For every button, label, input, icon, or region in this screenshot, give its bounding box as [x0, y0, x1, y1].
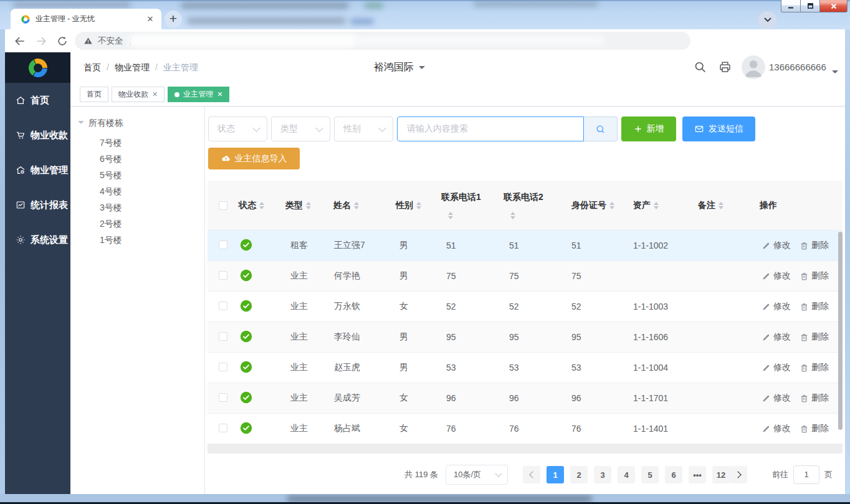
table-row-3[interactable]: 业主李玲仙男9595951-1-1606修改删除 — [208, 322, 843, 353]
import-owners-button[interactable]: 业主信息导入 — [208, 148, 300, 169]
edit-icon[interactable] — [762, 272, 771, 281]
page-button-4[interactable]: 4 — [618, 466, 635, 483]
sidebar-item-3[interactable]: 统计报表 — [5, 188, 70, 222]
avatar[interactable] — [742, 55, 765, 79]
column-header-备注[interactable]: 备注 — [690, 200, 752, 211]
delete-action[interactable]: 删除 — [811, 392, 829, 404]
delete-icon[interactable] — [800, 272, 809, 281]
select-all-checkbox[interactable] — [219, 201, 227, 210]
row-checkbox[interactable] — [219, 271, 227, 280]
column-header-联系电话1[interactable]: 联系电话1 — [434, 192, 496, 219]
page-button-5[interactable]: 5 — [641, 466, 659, 483]
edit-icon[interactable] — [762, 424, 771, 434]
search-input[interactable]: 请输入内容搜索 — [397, 116, 584, 141]
window-maximize-button[interactable] — [800, 0, 820, 12]
close-tab-icon[interactable]: ✕ — [217, 90, 222, 98]
delete-icon[interactable] — [800, 241, 809, 250]
filter-select-1[interactable]: 类型 — [271, 116, 330, 141]
delete-icon[interactable] — [800, 302, 809, 311]
edit-action[interactable]: 修改 — [773, 331, 791, 343]
tree-root[interactable]: 所有楼栋 — [70, 107, 204, 129]
edit-action[interactable]: 修改 — [773, 423, 791, 434]
sidebar-item-0[interactable]: 首页 — [5, 83, 70, 118]
page-button-12[interactable]: 12 — [712, 466, 730, 483]
page-button-1[interactable]: 1 — [547, 466, 564, 483]
delete-action[interactable]: 删除 — [811, 301, 829, 312]
chevron-down-icon[interactable] — [832, 70, 838, 77]
vertical-scrollbar[interactable] — [838, 232, 843, 430]
forward-icon[interactable] — [35, 35, 47, 47]
edit-icon[interactable] — [762, 302, 771, 311]
tree-item-5号楼[interactable]: 5号楼 — [70, 167, 204, 183]
tree-item-1号楼[interactable]: 1号楼 — [70, 232, 204, 248]
table-row-4[interactable]: 业主赵玉虎男5353531-1-1004修改删除 — [208, 353, 843, 383]
delete-icon[interactable] — [800, 333, 809, 342]
row-checkbox[interactable] — [219, 240, 227, 249]
delete-action[interactable]: 删除 — [811, 270, 829, 282]
window-close-button[interactable] — [819, 0, 848, 12]
horizontal-scrollbar[interactable] — [208, 444, 843, 454]
edit-icon[interactable] — [762, 394, 771, 403]
column-header-联系电话2[interactable]: 联系电话2 — [496, 192, 564, 219]
sort-icon[interactable] — [609, 202, 614, 209]
table-row-0[interactable]: 租客王立强7男5151511-1-1002修改删除 — [208, 231, 843, 261]
view-tab-1[interactable]: 物业收款✕ — [112, 87, 165, 102]
page-button-2[interactable]: 2 — [570, 466, 588, 483]
project-selector[interactable]: 裕鸿国际 — [374, 61, 425, 74]
edit-icon[interactable] — [762, 333, 771, 342]
filter-select-2[interactable]: 性别 — [334, 116, 393, 141]
filter-select-0[interactable]: 状态 — [208, 116, 267, 141]
add-button[interactable]: 新增 — [621, 116, 676, 141]
sort-icon[interactable] — [306, 202, 311, 209]
column-header-资产[interactable]: 资产 — [626, 200, 690, 211]
tree-expand-icon[interactable] — [78, 121, 84, 127]
sort-icon[interactable] — [654, 202, 659, 209]
column-header-类型[interactable]: 类型 — [279, 200, 326, 211]
next-page-button[interactable] — [730, 466, 747, 483]
table-row-2[interactable]: 业主万永钦女5252521-1-1003修改删除 — [208, 292, 843, 322]
view-tab-2[interactable]: 业主管理✕ — [168, 87, 229, 102]
row-checkbox[interactable] — [219, 363, 227, 371]
row-checkbox[interactable] — [219, 424, 227, 432]
sidebar-item-2[interactable]: 物业管理 — [5, 153, 70, 188]
user-phone[interactable]: 13666666666 — [769, 62, 826, 72]
edit-icon[interactable] — [762, 241, 771, 250]
tree-item-7号楼[interactable]: 7号楼 — [70, 135, 204, 151]
table-row-5[interactable]: 业主吴成芳女9696961-1-1701修改删除 — [208, 383, 843, 414]
print-icon[interactable] — [719, 60, 732, 74]
column-header-姓名[interactable]: 姓名 — [326, 200, 388, 211]
page-ellipsis[interactable]: ••• — [689, 466, 706, 483]
back-icon[interactable] — [14, 35, 26, 47]
sort-icon[interactable] — [448, 212, 453, 219]
search-button[interactable] — [584, 116, 618, 141]
view-tab-0[interactable]: 首页 — [80, 87, 108, 102]
goto-page-input[interactable]: 1 — [793, 465, 819, 484]
table-row-1[interactable]: 业主何学艳男757575修改删除 — [208, 261, 843, 292]
delete-action[interactable]: 删除 — [811, 240, 829, 251]
page-button-6[interactable]: 6 — [665, 466, 682, 483]
row-checkbox[interactable] — [219, 302, 227, 310]
table-row-6[interactable]: 业主杨占斌女7676761-1-1401修改删除 — [208, 414, 843, 444]
sort-icon[interactable] — [719, 202, 723, 209]
row-checkbox[interactable] — [219, 332, 227, 341]
column-header-身份证号[interactable]: 身份证号 — [564, 200, 626, 211]
row-checkbox[interactable] — [219, 393, 227, 402]
page-size-select[interactable]: 10条/页 — [446, 465, 508, 485]
sort-icon[interactable] — [416, 202, 421, 209]
refresh-icon[interactable] — [56, 35, 69, 47]
delete-icon[interactable] — [800, 363, 809, 373]
window-minimize-button[interactable] — [781, 0, 801, 12]
edit-icon[interactable] — [762, 363, 771, 373]
edit-action[interactable]: 修改 — [773, 362, 791, 373]
column-header-状态[interactable]: 状态 — [232, 200, 279, 211]
page-button-3[interactable]: 3 — [594, 466, 611, 483]
delete-action[interactable]: 删除 — [811, 423, 829, 434]
edit-action[interactable]: 修改 — [773, 240, 791, 251]
sidebar-item-4[interactable]: 系统设置 — [5, 222, 70, 257]
sort-icon[interactable] — [510, 212, 515, 219]
tab-search-button[interactable] — [758, 11, 776, 29]
tree-item-6号楼[interactable]: 6号楼 — [70, 151, 204, 167]
tab-close-icon[interactable]: ✕ — [145, 14, 155, 24]
edit-action[interactable]: 修改 — [773, 392, 791, 404]
edit-action[interactable]: 修改 — [773, 270, 791, 282]
